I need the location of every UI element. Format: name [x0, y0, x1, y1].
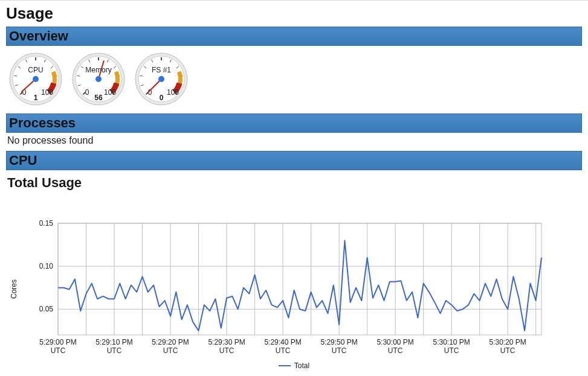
svg-text:5:29:30 PM: 5:29:30 PM: [208, 338, 245, 346]
gauge-label: FS #1: [152, 66, 171, 74]
svg-text:5:30:20 PM: 5:30:20 PM: [489, 338, 526, 346]
svg-text:UTC: UTC: [219, 346, 234, 355]
svg-text:5:29:00 PM: 5:29:00 PM: [39, 338, 76, 346]
gauge-max-label: 100: [104, 88, 116, 97]
gauge-max-label: 100: [167, 88, 179, 97]
cpu-chart-title: Total Usage: [7, 175, 582, 191]
svg-text:5:29:20 PM: 5:29:20 PM: [152, 338, 189, 346]
svg-text:0.10: 0.10: [39, 262, 54, 270]
gauge-max-label: 100: [41, 88, 53, 97]
svg-point-44: [158, 76, 164, 82]
svg-rect-45: [58, 223, 541, 335]
svg-text:5:29:50 PM: 5:29:50 PM: [320, 338, 357, 346]
svg-text:UTC: UTC: [163, 346, 178, 355]
cpu-chart: Cores 0.050.100.15 5:29:00 PMUTC5:29:10 …: [6, 193, 582, 362]
svg-point-29: [95, 76, 102, 82]
svg-text:0.05: 0.05: [39, 305, 54, 313]
gauge-value: 1: [34, 94, 38, 102]
page-title: Usage: [6, 4, 582, 23]
svg-text:UTC: UTC: [444, 346, 459, 355]
cpu-chart-ylabel: Cores: [6, 279, 22, 299]
legend-label-total: Total: [294, 362, 309, 370]
svg-text:0.15: 0.15: [39, 219, 54, 228]
cpu-chart-plot-area: 0.050.100.15 5:29:00 PMUTC5:29:10 PMUTC5…: [22, 217, 548, 362]
gauge-cpu: CPU 0 100 1: [8, 52, 63, 106]
svg-text:UTC: UTC: [276, 346, 291, 355]
svg-text:UTC: UTC: [332, 346, 347, 355]
gauge-label: CPU: [28, 66, 43, 74]
svg-text:5:30:10 PM: 5:30:10 PM: [433, 338, 470, 346]
gauge-value: 56: [94, 94, 103, 102]
gauge-value: 0: [160, 94, 164, 102]
svg-text:5:30:00 PM: 5:30:00 PM: [376, 338, 413, 346]
gauge-memory: Memory 0 100 56: [71, 52, 126, 106]
svg-text:UTC: UTC: [51, 346, 66, 355]
gauge-min-label: 0: [85, 88, 89, 97]
gauges-row: CPU 0 100 1 Memory 0 100 56 FS #1 0 100 …: [6, 46, 582, 113]
svg-point-14: [33, 76, 39, 82]
gauge-label: Memory: [85, 66, 111, 74]
cpu-chart-legend: Total: [6, 362, 582, 370]
svg-text:5:29:40 PM: 5:29:40 PM: [264, 338, 301, 346]
section-processes-header: Processes: [6, 113, 582, 133]
gauge-fs-1: FS #1 0 100 0: [134, 52, 189, 106]
legend-swatch-total: [279, 365, 291, 366]
section-overview-header: Overview: [6, 27, 582, 46]
svg-text:5:29:10 PM: 5:29:10 PM: [95, 338, 132, 346]
section-cpu-header: CPU: [6, 151, 582, 170]
svg-text:UTC: UTC: [388, 346, 403, 355]
processes-empty-message: No processes found: [6, 133, 582, 151]
svg-text:UTC: UTC: [500, 346, 515, 355]
svg-text:UTC: UTC: [107, 346, 122, 355]
